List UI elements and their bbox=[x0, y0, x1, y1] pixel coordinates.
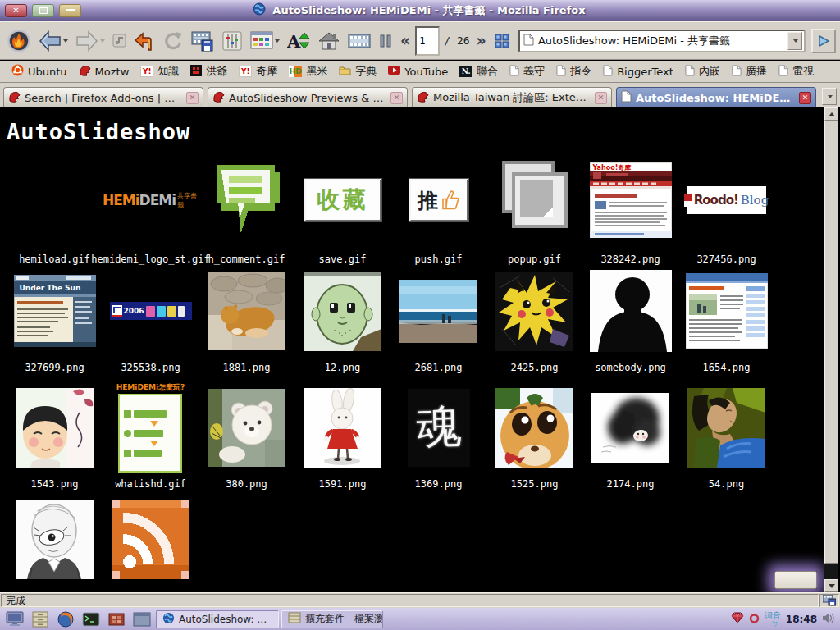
bookmark-embed[interactable]: 內嵌 bbox=[680, 62, 725, 80]
volume-icon[interactable] bbox=[822, 613, 834, 626]
tab-addons-search[interactable]: Search | Firefox Add-ons | Mozill…✕ bbox=[3, 87, 203, 107]
window-close-button[interactable]: ✕ bbox=[5, 4, 27, 17]
prev-page-button[interactable]: « bbox=[398, 25, 413, 57]
taskbar-window-autoslideshow[interactable]: AutoSlideshow: … bbox=[156, 610, 279, 628]
scroll-up-button[interactable] bbox=[824, 107, 838, 121]
thumb-save-button-image[interactable]: 收藏 bbox=[304, 179, 381, 221]
file-manager-icon bbox=[288, 612, 301, 626]
bookmark-command[interactable]: 指令 bbox=[551, 62, 596, 80]
tab-autoslideshow-previews[interactable]: AutoSlideshow Previews & Screen…✕ bbox=[208, 87, 408, 107]
scroll-down-button[interactable] bbox=[824, 579, 838, 592]
bookmark-hongye[interactable]: 洪爺 bbox=[185, 62, 232, 80]
palette-dropdown[interactable] bbox=[275, 39, 280, 43]
filmstrip-button[interactable] bbox=[345, 25, 373, 57]
bookmark-label: 內嵌 bbox=[699, 64, 720, 79]
vertical-scrollbar[interactable] bbox=[824, 107, 838, 592]
workspace-icon[interactable] bbox=[130, 609, 153, 628]
thumb-rss-icon-image[interactable] bbox=[112, 500, 189, 579]
package-manager-icon[interactable] bbox=[105, 609, 128, 628]
location-text[interactable]: AutoSlideshow: HEMiDEMi - 共享書籤 bbox=[538, 34, 788, 48]
tab-close-icon[interactable]: ✕ bbox=[390, 92, 403, 104]
glow-button[interactable] bbox=[774, 571, 817, 589]
bookmark-biggertext[interactable]: BiggerText bbox=[598, 63, 678, 80]
thumb-popup-image[interactable] bbox=[494, 159, 576, 241]
globe-icon bbox=[253, 2, 266, 18]
text-size-button[interactable]: A bbox=[285, 25, 313, 57]
bookmark-knowledge[interactable]: Y!知識 bbox=[135, 62, 184, 80]
home-button[interactable] bbox=[315, 25, 343, 57]
taskbar-window-extensions[interactable]: 擴充套件 - 檔案瀏覽… bbox=[281, 610, 383, 628]
window-maximize-button[interactable] bbox=[32, 4, 54, 17]
thumb-charcoal-sketch-image[interactable] bbox=[591, 393, 669, 463]
location-bar[interactable]: AutoSlideshow: HEMiDEMi - 共享書籤 bbox=[518, 30, 806, 52]
terminal-icon[interactable] bbox=[80, 609, 103, 628]
reload-button[interactable] bbox=[160, 25, 186, 57]
grid-view-button[interactable] bbox=[491, 25, 513, 57]
tab-mozilla-taiwan[interactable]: Mozilla Taiwan 討論區: Extensio…✕ bbox=[412, 87, 612, 107]
bookmark-dictionary[interactable]: 字典 bbox=[334, 62, 381, 80]
bookmark-ubuntu[interactable]: Ubuntu bbox=[7, 62, 72, 80]
tab-close-icon[interactable]: ✕ bbox=[799, 92, 811, 104]
bookmark-radio[interactable]: 廣播 bbox=[727, 62, 772, 80]
mixer-button[interactable] bbox=[219, 25, 245, 57]
thumb-whatishd-image[interactable]: HEMiDEMi怎麼玩? bbox=[116, 382, 185, 472]
thumb-pencil-sketch-image[interactable] bbox=[16, 500, 94, 579]
show-desktop-icon[interactable] bbox=[3, 609, 26, 628]
bookmark-hemidemi[interactable]: HD黑米 bbox=[284, 62, 332, 80]
ruby-tray-icon[interactable] bbox=[731, 612, 744, 626]
file-manager-icon[interactable] bbox=[29, 609, 52, 628]
film-save-button[interactable] bbox=[189, 25, 217, 57]
red-o-tray-icon[interactable] bbox=[749, 613, 760, 626]
thumb-cartoon-bear-image[interactable] bbox=[495, 388, 573, 468]
back-dropdown[interactable] bbox=[63, 39, 68, 43]
thumb-soul-calligraphy-image[interactable]: 魂 bbox=[408, 389, 470, 467]
thumb-under-the-sun-image[interactable]: Under The Sun bbox=[14, 275, 96, 347]
scrapbook-button[interactable] bbox=[131, 25, 158, 57]
pause-button[interactable] bbox=[376, 25, 395, 57]
firefox-icon[interactable] bbox=[54, 609, 77, 628]
thumb-hemidemi-logo-image[interactable]: HEMiDEMi共享書籤 bbox=[103, 191, 199, 209]
thumb-push-button-image[interactable]: 推 bbox=[409, 179, 468, 221]
thumb-silhouette-image[interactable] bbox=[590, 270, 672, 352]
forward-dropdown[interactable] bbox=[100, 39, 105, 43]
thumb-blue-webpage-image[interactable] bbox=[686, 273, 768, 349]
bookmark-kimo[interactable]: Y!奇摩 bbox=[234, 62, 282, 80]
thumb-banner-image[interactable]: 2006 bbox=[110, 302, 192, 320]
forward-button[interactable] bbox=[73, 25, 107, 57]
location-dropdown[interactable] bbox=[788, 32, 802, 50]
window-minimize-button[interactable] bbox=[59, 4, 81, 17]
tab-close-icon[interactable]: ✕ bbox=[186, 92, 199, 104]
thumb-teddy-bear-image[interactable] bbox=[208, 389, 285, 467]
ime-indicator[interactable]: 詞音ㄅ bbox=[765, 612, 781, 627]
thumb-blushing-man-image[interactable] bbox=[16, 388, 94, 468]
tab-close-icon[interactable]: ✕ bbox=[595, 92, 607, 104]
bookmark-isu[interactable]: 義守 bbox=[504, 62, 550, 80]
thumb-rabbit-image[interactable] bbox=[304, 388, 381, 468]
thumb-roodo-blog-image[interactable]: Roodo!Blog bbox=[687, 186, 766, 214]
thumb-yahoo-page-image[interactable]: Yahoo!奇摩 bbox=[590, 162, 672, 238]
palette-button[interactable] bbox=[248, 25, 282, 57]
taskbar-clock[interactable]: 18:48 bbox=[786, 614, 817, 625]
bookmark-youtube[interactable]: YouTube bbox=[383, 63, 453, 80]
bookmark-tv[interactable]: 電視 bbox=[774, 62, 819, 80]
next-page-button[interactable]: » bbox=[474, 25, 489, 57]
bookmark-united[interactable]: N.聯合 bbox=[454, 62, 503, 80]
back-button[interactable] bbox=[36, 25, 71, 57]
thumb-comment-bubble-image[interactable] bbox=[209, 160, 285, 240]
go-button[interactable] bbox=[811, 29, 836, 53]
tab-autoslideshow-active[interactable]: AutoSlideshow: HEMiDEMi - …✕ bbox=[616, 87, 816, 107]
scrollbar-thumb[interactable] bbox=[824, 121, 838, 564]
autoslideshow-status-button[interactable] bbox=[819, 594, 839, 607]
thumb-green-face-image[interactable] bbox=[304, 272, 381, 351]
thumb-beach-photo-image[interactable] bbox=[399, 280, 477, 343]
thumb-pikachu-image[interactable] bbox=[495, 272, 573, 351]
thumb-sleeping-man-image[interactable] bbox=[687, 388, 765, 468]
flame-button[interactable] bbox=[4, 25, 34, 57]
thumb-filename: 2425.png bbox=[511, 362, 559, 373]
media-button[interactable] bbox=[110, 25, 129, 57]
thumb-cat-photo-image[interactable] bbox=[208, 272, 285, 350]
page-number-input[interactable] bbox=[415, 26, 440, 56]
tab-list-dropdown[interactable] bbox=[822, 88, 837, 105]
thumb-hemiload-image[interactable] bbox=[22, 196, 88, 204]
bookmark-moztw[interactable]: Moztw bbox=[74, 63, 135, 80]
